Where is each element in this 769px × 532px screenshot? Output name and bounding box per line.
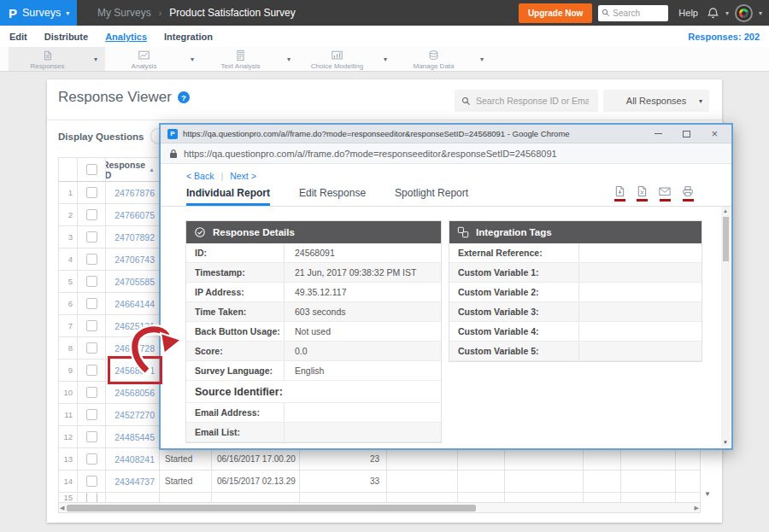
- next-link[interactable]: Next >: [230, 171, 256, 181]
- row-number: 15: [59, 493, 78, 502]
- row-checkbox[interactable]: [86, 254, 97, 265]
- horizontal-scrollbar[interactable]: ◀ ▶: [58, 502, 701, 513]
- row-checkbox[interactable]: [86, 493, 97, 502]
- response-id-link[interactable]: 24707892: [106, 226, 160, 248]
- toolbar-manage-data[interactable]: Manage Data ▾: [395, 47, 491, 71]
- chevron-down-icon[interactable]: ▾: [725, 9, 729, 17]
- row-checkbox[interactable]: [86, 387, 97, 398]
- tag-row: Custom Variable 1:: [449, 263, 701, 283]
- row-checkbox[interactable]: [86, 476, 97, 487]
- export-excel-button[interactable]: [637, 185, 648, 202]
- scroll-left-icon[interactable]: ◀: [60, 505, 64, 512]
- url-text: https://qa.questionpro.com/a//frame.do?m…: [184, 149, 557, 159]
- responses-icon: [41, 50, 54, 61]
- response-id-link[interactable]: 24527270: [106, 404, 160, 425]
- response-id-link[interactable]: [106, 493, 160, 502]
- product-switcher[interactable]: P Surveys ▾: [0, 0, 77, 26]
- help-badge-icon[interactable]: ?: [178, 91, 190, 103]
- nav-item-analytics[interactable]: Analytics: [105, 32, 147, 42]
- row-checkbox[interactable]: [86, 276, 97, 287]
- count-cell: [300, 493, 387, 502]
- response-id-header[interactable]: Response ID▲: [106, 160, 155, 180]
- toolbar-responses[interactable]: Responses ▾: [9, 47, 105, 71]
- scrollbar-thumb[interactable]: [723, 217, 729, 261]
- response-id-link[interactable]: 24344737: [106, 471, 160, 492]
- address-bar[interactable]: https://qa.questionpro.com/a//frame.do?m…: [161, 143, 731, 164]
- analysis-icon: [138, 50, 150, 61]
- table-row: 14 24344737 Started 06/15/2017 02.13.29 …: [59, 471, 700, 493]
- nav-item-distribute[interactable]: Distribute: [44, 32, 88, 42]
- tab-spotlight-report[interactable]: Spotlight Report: [395, 187, 468, 206]
- toolbar-choice-modelling[interactable]: Choice Modelling ▾: [298, 47, 395, 71]
- source-identifier-row: Source Identifier:: [186, 381, 441, 403]
- chevron-down-icon[interactable]: ▾: [279, 56, 298, 63]
- scroll-right-icon[interactable]: ▶: [695, 505, 699, 512]
- pdf-icon: [614, 185, 625, 197]
- chevron-down-icon[interactable]: ▾: [376, 56, 395, 63]
- avatar[interactable]: [735, 4, 753, 22]
- integration-tags-rows: External Reference: Custom Variable 1: C…: [449, 243, 701, 361]
- panel-title: Integration Tags: [476, 227, 552, 237]
- row-checkbox[interactable]: [86, 431, 97, 442]
- row-checkbox[interactable]: [86, 365, 97, 376]
- table-scroll-down-icon[interactable]: ▼: [704, 490, 711, 498]
- email-report-button[interactable]: [659, 185, 671, 202]
- row-checkbox[interactable]: [86, 320, 97, 331]
- notifications-bell-icon[interactable]: [707, 7, 719, 20]
- row-checkbox[interactable]: [86, 187, 97, 198]
- response-id-link[interactable]: 24485445: [106, 426, 160, 447]
- print-button[interactable]: [682, 185, 694, 202]
- global-search-input[interactable]: [613, 9, 664, 18]
- back-link[interactable]: < Back: [186, 171, 214, 181]
- row-checkbox[interactable]: [86, 231, 97, 243]
- response-id-link[interactable]: 24568056: [106, 382, 160, 403]
- response-id-link[interactable]: 24706743: [106, 248, 160, 270]
- underline: [614, 199, 625, 202]
- response-id-link[interactable]: 24767876: [106, 182, 160, 203]
- row-checkbox[interactable]: [86, 409, 97, 420]
- row-checkbox[interactable]: [86, 342, 97, 354]
- chevron-down-icon[interactable]: ▾: [473, 56, 491, 63]
- all-responses-dropdown[interactable]: All Responses ▾: [603, 90, 709, 112]
- row-checkbox[interactable]: [86, 209, 97, 220]
- row-checkbox[interactable]: [86, 453, 97, 465]
- close-icon[interactable]: ×: [711, 128, 718, 139]
- breadcrumb-current: Product Satisfaction Survey: [169, 7, 295, 19]
- scrollbar-thumb[interactable]: [67, 505, 476, 512]
- breadcrumb: My Surveys › Product Satisfaction Survey: [97, 7, 296, 19]
- toolbar-analysis[interactable]: Analysis ▾: [105, 47, 202, 71]
- tag-row: External Reference:: [449, 243, 701, 263]
- excel-icon: [637, 185, 648, 197]
- tab-individual-report[interactable]: Individual Report: [186, 187, 270, 206]
- status-cell: Started: [160, 448, 212, 470]
- tab-edit-response[interactable]: Edit Response: [299, 187, 366, 206]
- row-number: 14: [59, 471, 78, 492]
- row-checkbox[interactable]: [86, 298, 97, 309]
- puzzle-icon: [457, 226, 469, 238]
- response-search-input[interactable]: [476, 96, 589, 106]
- export-pdf-button[interactable]: [614, 185, 625, 202]
- help-link[interactable]: Help: [678, 8, 698, 18]
- timestamp-cell: [212, 493, 300, 502]
- timestamp-cell: 06/16/2017 17.00.20: [212, 448, 300, 470]
- scroll-up-icon[interactable]: ▲: [723, 208, 728, 213]
- maximize-icon[interactable]: [683, 131, 690, 137]
- upgrade-now-button[interactable]: Upgrade Now: [519, 3, 592, 23]
- nav-item-integration[interactable]: Integration: [164, 32, 213, 42]
- window-title-bar[interactable]: P https://qa.questionpro.com/a//frame.do…: [161, 125, 731, 143]
- chevron-down-icon[interactable]: ▾: [759, 9, 762, 17]
- minimize-icon[interactable]: [655, 133, 662, 134]
- toolbar-label: Choice Modelling: [311, 62, 363, 70]
- row-number: 5: [59, 271, 78, 292]
- response-id-link[interactable]: 24705585: [106, 271, 160, 292]
- popup-vertical-scrollbar[interactable]: ▲ ▼: [721, 207, 731, 447]
- response-id-link[interactable]: 24408241: [106, 448, 160, 470]
- toolbar-text-analysis[interactable]: Text Analysis ▾: [202, 47, 298, 71]
- select-all-checkbox[interactable]: [86, 164, 97, 175]
- nav-item-edit[interactable]: Edit: [9, 32, 27, 42]
- chevron-down-icon[interactable]: ▾: [183, 56, 202, 63]
- chevron-down-icon[interactable]: ▾: [86, 56, 105, 63]
- response-id-link[interactable]: 24766075: [106, 204, 160, 225]
- scroll-down-icon[interactable]: ▼: [723, 440, 728, 445]
- breadcrumb-my-surveys[interactable]: My Surveys: [97, 7, 151, 19]
